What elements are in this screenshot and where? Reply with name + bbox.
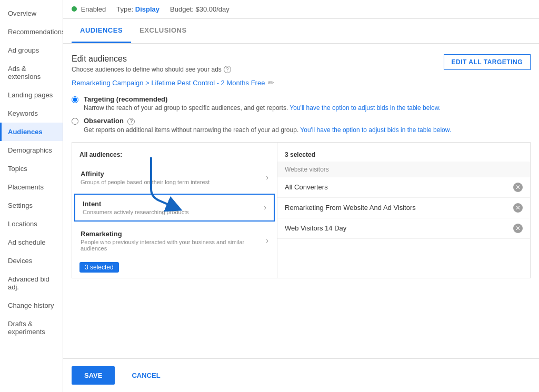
affinity-category[interactable]: Affinity Groups of people based on their… bbox=[72, 164, 277, 192]
page-title: Edit audiences bbox=[72, 54, 231, 64]
observation-desc: Get reports on additional items without … bbox=[84, 126, 451, 134]
content-area: Edit audiences Choose audiences to defin… bbox=[63, 44, 539, 358]
edit-icon[interactable]: ✏ bbox=[268, 78, 274, 87]
cancel-button[interactable]: CANCEL bbox=[123, 366, 168, 385]
sidebar-item-devices[interactable]: Devices bbox=[0, 252, 63, 270]
remove-remarketing-icon[interactable]: ✕ bbox=[513, 203, 523, 213]
selected-item-header: Website visitors bbox=[277, 162, 530, 177]
selected-count-label: 3 selected bbox=[277, 148, 530, 162]
selected-item-3: Web Visitors 14 Day ✕ bbox=[277, 218, 530, 239]
audience-left-panel: All audiences: Affinity Groups of people… bbox=[72, 143, 277, 278]
sidebar-item-ads-extensions[interactable]: Ads & extensions bbox=[0, 59, 63, 86]
remove-all-converters-icon[interactable]: ✕ bbox=[513, 183, 523, 192]
sidebar-item-landing-pages[interactable]: Landing pages bbox=[0, 86, 63, 104]
intent-chevron-icon: › bbox=[264, 203, 266, 212]
tab-audiences[interactable]: AUDIENCES bbox=[72, 19, 131, 43]
observation-radio[interactable] bbox=[72, 118, 78, 125]
topbar: Enabled Type: Display Budget: $30.00/day bbox=[63, 0, 539, 19]
page-subtitle: Choose audiences to define who should se… bbox=[72, 66, 231, 73]
main-content: Enabled Type: Display Budget: $30.00/day… bbox=[63, 0, 539, 392]
intent-category[interactable]: Intent Consumers actively researching pr… bbox=[74, 194, 275, 222]
audience-right-panel: 3 selected Website visitors All Converte… bbox=[277, 143, 530, 278]
selected-item-1: All Converters ✕ bbox=[277, 177, 530, 198]
help-icon[interactable]: ? bbox=[224, 66, 231, 73]
sidebar-item-recommendations[interactable]: Recommendations bbox=[0, 23, 63, 41]
tab-exclusions[interactable]: EXCLUSIONS bbox=[131, 19, 195, 43]
sidebar-item-locations[interactable]: Locations bbox=[0, 215, 63, 233]
campaign-budget: Budget: $30.00/day bbox=[170, 5, 229, 13]
observation-help-icon[interactable]: ? bbox=[127, 118, 135, 125]
remarketing-desc: People who previously interacted with yo… bbox=[81, 239, 266, 252]
remarketing-label: Remarketing bbox=[81, 230, 266, 238]
affinity-label: Affinity bbox=[81, 170, 209, 178]
tab-bar: AUDIENCES EXCLUSIONS bbox=[63, 19, 539, 44]
save-button[interactable]: SAVE bbox=[72, 366, 115, 385]
sidebar-item-ad-schedule[interactable]: Ad schedule bbox=[0, 233, 63, 252]
targeting-radio[interactable] bbox=[72, 96, 78, 103]
badge-selected: 3 selected bbox=[72, 258, 277, 273]
remarketing-category[interactable]: Remarketing People who previously intera… bbox=[72, 224, 277, 258]
sidebar-item-ad-groups[interactable]: Ad groups bbox=[0, 41, 63, 59]
sidebar-item-audiences[interactable]: Audiences bbox=[0, 123, 63, 141]
affinity-chevron-icon: › bbox=[266, 173, 268, 182]
targeting-label: Targeting (recommended) bbox=[84, 95, 441, 103]
remarketing-chevron-icon: › bbox=[266, 236, 268, 245]
status-dot bbox=[72, 6, 77, 12]
targeting-radio-option: Targeting (recommended) Narrow the reach… bbox=[72, 95, 531, 112]
edit-audiences-header: Edit audiences Choose audiences to defin… bbox=[72, 54, 531, 73]
sidebar-item-keywords[interactable]: Keywords bbox=[0, 104, 63, 123]
sidebar-item-change-history[interactable]: Change history bbox=[0, 296, 63, 315]
sidebar-item-settings[interactable]: Settings bbox=[0, 196, 63, 215]
targeting-options: Targeting (recommended) Narrow the reach… bbox=[72, 95, 531, 134]
campaign-type: Type: Display bbox=[116, 5, 159, 13]
sidebar-item-drafts-experiments[interactable]: Drafts & experiments bbox=[0, 315, 63, 341]
observation-label: Observation ? bbox=[84, 117, 451, 125]
bottom-bar: SAVE CANCEL bbox=[63, 358, 539, 392]
all-audiences-label: All audiences: bbox=[72, 148, 277, 162]
sidebar-item-demographics[interactable]: Demographics bbox=[0, 141, 63, 159]
sidebar-item-topics[interactable]: Topics bbox=[0, 159, 63, 178]
observation-radio-option: Observation ? Get reports on additional … bbox=[72, 117, 531, 134]
remove-web-visitors-icon[interactable]: ✕ bbox=[513, 224, 523, 233]
selected-item-2: Remarketing From Website And Ad Visitors… bbox=[277, 198, 530, 218]
audience-picker: All audiences: Affinity Groups of people… bbox=[72, 142, 531, 278]
affinity-desc: Groups of people based on their long ter… bbox=[81, 179, 209, 185]
sidebar-item-placements[interactable]: Placements bbox=[0, 178, 63, 196]
intent-label: Intent bbox=[83, 200, 189, 208]
sidebar-item-advanced-bid[interactable]: Advanced bid adj. bbox=[0, 270, 63, 296]
status-indicator: Enabled bbox=[72, 5, 106, 13]
targeting-desc: Narrow the reach of your ad group to spe… bbox=[84, 104, 441, 112]
edit-all-targeting-button[interactable]: EDIT ALL TARGETING bbox=[444, 54, 531, 70]
sidebar-item-overview[interactable]: Overview bbox=[0, 4, 63, 23]
breadcrumb[interactable]: Remarketing Campaign > Lifetime Pest Con… bbox=[72, 78, 531, 87]
sidebar: Overview Recommendations Ad groups Ads &… bbox=[0, 0, 63, 392]
intent-desc: Consumers actively researching products bbox=[83, 209, 189, 215]
